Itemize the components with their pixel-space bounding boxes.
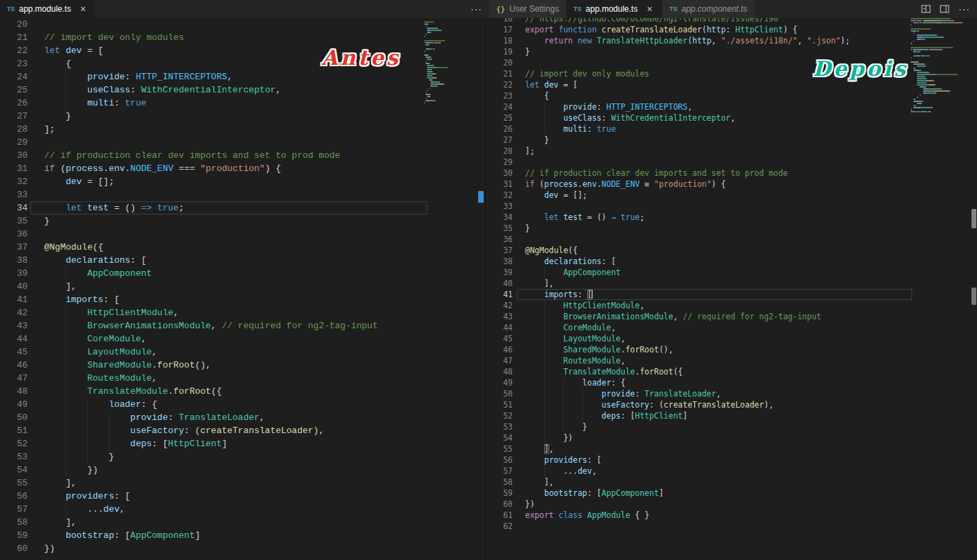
line-number[interactable]: 45 — [489, 333, 513, 344]
more-actions-icon[interactable]: ··· — [471, 3, 482, 14]
code-line[interactable]: 34 let test = () => true; — [0, 201, 485, 214]
line-number[interactable]: 19 — [489, 46, 513, 57]
line-number[interactable]: 58 — [0, 516, 28, 529]
code-line[interactable]: 23 { — [0, 57, 485, 70]
code-line[interactable]: 50 provide: TranslateLoader, — [489, 388, 977, 399]
line-number[interactable]: 35 — [0, 214, 28, 228]
code-line[interactable]: 43 BrowserAnimationsModule, // required … — [0, 319, 485, 332]
line-number[interactable]: 45 — [0, 346, 28, 359]
line-number[interactable]: 57 — [489, 466, 513, 477]
line-number[interactable]: 50 — [0, 411, 28, 424]
line-number[interactable]: 59 — [489, 488, 513, 499]
code-line[interactable]: 58 ], — [0, 516, 485, 529]
code-line[interactable]: 24 provide: HTTP_INTERCEPTORS, — [489, 101, 977, 112]
code-line[interactable]: 46 SharedModule.forRoot(), — [489, 344, 977, 355]
line-number[interactable]: 22 — [0, 44, 28, 57]
code-line[interactable]: 49 loader: { — [0, 398, 485, 411]
code-area[interactable]: 16// https://github.com/ocombe/ng2-trans… — [489, 18, 977, 532]
line-number[interactable]: 43 — [489, 311, 513, 322]
line-number[interactable]: 34 — [0, 201, 28, 214]
code-line[interactable]: 37@NgModule({ — [0, 241, 485, 254]
code-line[interactable]: 53 } — [0, 450, 485, 463]
code-line[interactable]: 51 useFactory: (createTranslateLoader), — [0, 424, 485, 437]
code-line[interactable]: 55 ], — [0, 477, 485, 490]
code-line[interactable]: 52 deps: [HttpClient] — [0, 437, 485, 450]
code-line[interactable]: 57 ...dev, — [0, 503, 485, 516]
code-line[interactable]: 39 AppComponent — [489, 267, 977, 278]
line-number[interactable]: 24 — [0, 70, 28, 83]
code-line[interactable]: 34 let test = () ⇒ true; — [489, 212, 977, 223]
code-line[interactable]: 33 — [489, 201, 977, 212]
code-line[interactable]: 55 ], — [489, 443, 977, 454]
line-number[interactable]: 16 — [489, 18, 513, 24]
minimap[interactable] — [911, 18, 971, 115]
line-number[interactable]: 35 — [489, 223, 513, 234]
code-line[interactable]: 21// import dev only modules — [0, 31, 485, 44]
code-area[interactable]: 2021// import dev only modules22let dev … — [0, 18, 485, 555]
code-line[interactable]: 28]; — [489, 146, 977, 157]
code-line[interactable]: 51 useFactory: (createTranslateLoader), — [489, 399, 977, 410]
minimap[interactable] — [424, 19, 446, 104]
code-line[interactable]: 35} — [0, 214, 485, 228]
line-number[interactable]: 24 — [489, 101, 513, 112]
code-line[interactable]: 42 HttpClientModule, — [489, 300, 977, 311]
line-number[interactable]: 60 — [0, 542, 28, 555]
editor-splitter-sash[interactable] — [485, 18, 489, 560]
line-number[interactable]: 56 — [489, 454, 513, 466]
code-line[interactable]: 54 }) — [0, 463, 485, 477]
line-number[interactable]: 36 — [0, 228, 28, 241]
code-line[interactable]: 31if (process.env.NODE_ENV === "producti… — [0, 162, 485, 175]
code-line[interactable]: 17export function createTranslateLoader(… — [489, 24, 977, 35]
code-line[interactable]: 57 ...dev, — [489, 466, 977, 477]
code-line[interactable]: 30// if production clear dev imports and… — [0, 149, 485, 162]
line-number[interactable]: 18 — [489, 35, 513, 46]
line-number[interactable]: 38 — [0, 254, 28, 267]
line-number[interactable]: 21 — [0, 31, 28, 44]
line-number[interactable]: 61 — [489, 510, 513, 521]
code-line[interactable]: 40 ], — [0, 280, 485, 293]
tab-app-component-ts[interactable]: TS app.component.ts — [662, 0, 755, 18]
line-number[interactable]: 51 — [489, 399, 513, 410]
code-line[interactable]: 33 — [0, 188, 485, 201]
line-number[interactable]: 59 — [0, 529, 28, 542]
line-number[interactable]: 23 — [0, 57, 28, 70]
line-number[interactable]: 29 — [489, 157, 513, 168]
code-line[interactable]: 37@NgModule({ — [489, 245, 977, 256]
line-number[interactable]: 34 — [489, 212, 513, 223]
code-line[interactable]: 30// if production clear dev imports and… — [489, 168, 977, 179]
code-line[interactable]: 19} — [489, 46, 977, 57]
code-line[interactable]: 47 RoutesModule, — [489, 355, 977, 366]
code-line[interactable]: 48 TranslateModule.forRoot({ — [489, 366, 977, 377]
line-number[interactable]: 48 — [0, 385, 28, 398]
line-number[interactable]: 33 — [0, 188, 28, 201]
line-number[interactable]: 47 — [489, 355, 513, 366]
code-line[interactable]: 28]; — [0, 123, 485, 136]
code-line[interactable]: 49 loader: { — [489, 377, 977, 388]
line-number[interactable]: 39 — [489, 267, 513, 278]
code-line[interactable]: 22let dev = [ — [489, 79, 977, 90]
code-line[interactable]: 38 declarations: [ — [489, 256, 977, 267]
open-changes-icon[interactable] — [921, 4, 931, 14]
line-number[interactable]: 37 — [489, 245, 513, 256]
tab-app-module-ts-left[interactable]: TS app.module.ts × — [0, 0, 96, 18]
code-line[interactable]: 16// https://github.com/ocombe/ng2-trans… — [489, 18, 977, 24]
close-icon[interactable]: × — [78, 3, 88, 14]
line-number[interactable]: 27 — [0, 110, 28, 123]
code-line[interactable]: 36 — [489, 234, 977, 245]
overview-ruler[interactable] — [478, 18, 485, 560]
code-line[interactable]: 23 { — [489, 90, 977, 101]
code-line[interactable]: 26 multi: true — [0, 97, 485, 110]
more-actions-icon[interactable]: ··· — [958, 3, 970, 14]
code-line[interactable]: 60}) — [0, 542, 485, 555]
line-number[interactable]: 25 — [0, 83, 28, 97]
line-number[interactable]: 20 — [489, 57, 513, 68]
code-line[interactable]: 29 — [489, 157, 977, 168]
code-line[interactable]: 27 } — [489, 134, 977, 146]
line-number[interactable]: 44 — [489, 322, 513, 333]
line-number[interactable]: 39 — [0, 267, 28, 280]
code-line[interactable]: 41 imports: [ — [0, 293, 485, 306]
line-number[interactable]: 28 — [489, 146, 513, 157]
line-number[interactable]: 57 — [0, 503, 28, 516]
line-number[interactable]: 40 — [489, 278, 513, 289]
line-number[interactable]: 22 — [489, 79, 513, 90]
